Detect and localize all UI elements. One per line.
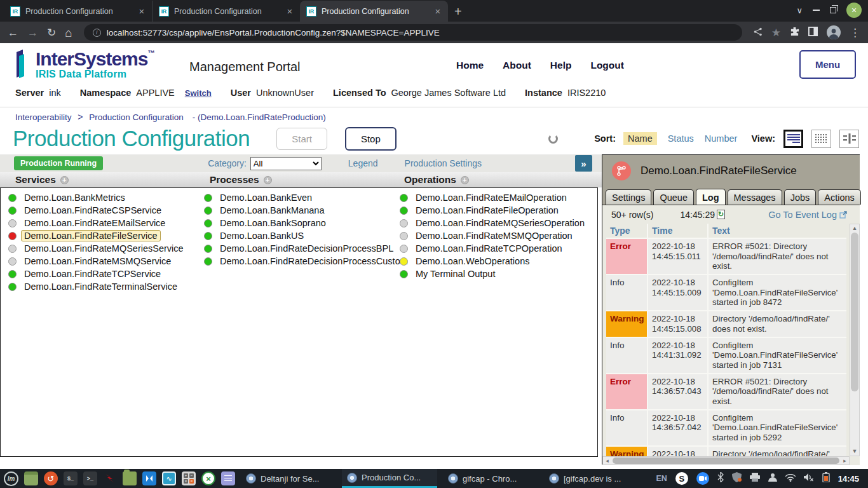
new-tab-button[interactable]: +: [448, 4, 470, 22]
browser-menu-icon[interactable]: ⋮: [850, 27, 860, 38]
scroll-down-icon[interactable]: ▼: [850, 447, 859, 456]
scrollbar-thumb[interactable]: [851, 233, 858, 391]
log-vertical-scrollbar[interactable]: ▲ ▼: [850, 224, 860, 456]
tab-jobs[interactable]: Jobs: [784, 189, 817, 205]
nav-home[interactable]: Home: [456, 60, 484, 71]
tab-queue[interactable]: Queue: [653, 189, 694, 205]
red-zigzag-icon[interactable]: [103, 471, 117, 485]
category-select[interactable]: All: [250, 157, 322, 170]
tab-settings[interactable]: Settings: [606, 189, 651, 205]
site-info-icon[interactable]: i: [93, 29, 101, 37]
operation-item[interactable]: Demo.Loan.FindRateEMailOperation: [400, 191, 594, 204]
terminal2-icon[interactable]: >_: [83, 471, 97, 485]
folder-icon[interactable]: [123, 471, 137, 485]
production-settings-link[interactable]: Production Settings: [405, 158, 482, 168]
sort-by-status[interactable]: Status: [668, 133, 694, 144]
tab-actions[interactable]: Actions: [818, 189, 861, 205]
blue-app-icon[interactable]: [142, 471, 156, 485]
clock[interactable]: 14:45: [838, 474, 859, 484]
nav-logout[interactable]: Logout: [590, 60, 624, 71]
scroll-left-icon[interactable]: ◂: [603, 458, 611, 464]
wifi-icon[interactable]: [785, 473, 796, 484]
nav-help[interactable]: Help: [550, 60, 572, 71]
taskbar-window-deltanji[interactable]: Deltanji for Se...: [241, 469, 336, 488]
notes-list-icon[interactable]: [221, 471, 235, 485]
restore-icon[interactable]: [830, 7, 836, 13]
log-col-time[interactable]: Time: [648, 224, 707, 238]
sort-by-name[interactable]: Name: [623, 132, 657, 145]
legend-link[interactable]: Legend: [348, 158, 378, 168]
tab-close-icon[interactable]: ×: [285, 6, 295, 17]
printer-icon[interactable]: [750, 473, 760, 484]
minimize-icon[interactable]: [813, 10, 820, 11]
skype-icon[interactable]: S: [675, 472, 688, 485]
process-item[interactable]: Demo.Loan.FindRateDecisionProcessBPL: [204, 242, 395, 255]
battery-icon[interactable]: [822, 472, 830, 485]
taskbar-window-gifcap[interactable]: gifcap - Chro...: [443, 469, 538, 488]
service-item-selected[interactable]: Demo.Loan.FindRateFileService: [8, 229, 199, 242]
service-item[interactable]: Demo.Loan.FindRateTerminalService: [8, 280, 199, 293]
mint-menu-icon[interactable]: lm: [4, 471, 18, 486]
reload-icon[interactable]: ↻: [47, 27, 56, 38]
bookmark-star-icon[interactable]: ★: [771, 27, 781, 38]
bluetooth-icon[interactable]: [717, 472, 724, 485]
view-grid-button[interactable]: [811, 130, 831, 148]
sort-by-number[interactable]: Number: [705, 133, 738, 144]
extensions-puzzle-icon[interactable]: [790, 27, 799, 38]
operation-item[interactable]: Demo.Loan.FindRateFileOperation: [400, 204, 594, 217]
service-item[interactable]: Demo.Loan.FindRateTCPService: [8, 268, 199, 280]
add-process-button[interactable]: +: [264, 176, 272, 184]
file-manager-icon[interactable]: [24, 471, 38, 485]
scroll-up-icon[interactable]: ▲: [850, 224, 859, 233]
terminal-icon[interactable]: $_: [64, 471, 78, 485]
close-icon[interactable]: ×: [846, 3, 862, 18]
user-icon[interactable]: [768, 473, 777, 484]
service-item[interactable]: Demo.Loan.FindRateMSMQService: [8, 255, 199, 268]
taskbar-window-production[interactable]: Production Co...: [342, 469, 437, 488]
operation-item[interactable]: My Terminal Output: [400, 268, 594, 280]
system-monitor-icon[interactable]: ∿: [162, 471, 176, 485]
expand-panel-button[interactable]: »: [575, 155, 592, 172]
scroll-right-icon[interactable]: ▸: [841, 458, 849, 464]
switch-link[interactable]: Switch: [185, 88, 212, 98]
volume-muted-icon[interactable]: [804, 473, 814, 484]
service-item[interactable]: Demo.Loan.FindRateCSPService: [8, 204, 199, 217]
browser-tab-2[interactable]: IR Production Configuration ×: [152, 1, 300, 22]
menu-button[interactable]: Menu: [799, 50, 856, 79]
zoom-icon[interactable]: [696, 472, 709, 485]
side-panel-icon[interactable]: [808, 27, 818, 38]
nav-about[interactable]: About: [503, 60, 531, 71]
scrollbar-thumb[interactable]: [613, 458, 839, 464]
tab-close-icon[interactable]: ×: [433, 6, 443, 17]
view-split-button[interactable]: [839, 130, 859, 148]
service-item[interactable]: Demo.Loan.FindRateMQSeriesService: [8, 242, 199, 255]
operation-item[interactable]: Demo.Loan.FindRateTCPOperation: [400, 242, 594, 255]
service-item[interactable]: Demo.Loan.BankMetrics: [8, 191, 199, 204]
view-list-button[interactable]: [783, 130, 803, 148]
tab-messages[interactable]: Messages: [728, 189, 782, 205]
calculator-icon[interactable]: +−×=: [182, 471, 196, 485]
go-to-event-log-link[interactable]: Go To Event Log: [768, 210, 847, 220]
stop-button[interactable]: Stop: [345, 127, 397, 151]
orange-app-icon[interactable]: ↺: [44, 471, 58, 485]
tab-log[interactable]: Log: [696, 189, 726, 205]
log-refresh-icon[interactable]: ↻: [717, 210, 725, 219]
back-icon[interactable]: ←: [8, 27, 18, 38]
log-horizontal-scrollbar[interactable]: ◂ ▸: [602, 456, 850, 465]
forward-icon[interactable]: →: [27, 27, 38, 38]
breadcrumb-root[interactable]: Interoperability: [15, 112, 72, 122]
shield-icon[interactable]: [732, 472, 742, 485]
browser-tab-3-active[interactable]: IR Production Configuration ×: [300, 1, 448, 22]
language-indicator[interactable]: EN: [656, 474, 667, 483]
browser-tab-1[interactable]: IR Production Configuration ×: [4, 1, 152, 22]
operation-item[interactable]: Demo.Loan.FindRateMSMQOperation: [400, 229, 594, 242]
add-operation-button[interactable]: +: [461, 176, 469, 184]
start-button[interactable]: Start: [276, 128, 327, 150]
process-item[interactable]: Demo.Loan.BankEven: [204, 191, 395, 204]
taskbar-window-gifcap-dev[interactable]: [gifcap.dev is ...: [544, 469, 639, 488]
profile-avatar[interactable]: [827, 25, 841, 39]
operation-item[interactable]: Demo.Loan.FindRateMQSeriesOperation: [400, 217, 594, 229]
tab-search-icon[interactable]: ∨: [796, 6, 803, 15]
process-item[interactable]: Demo.Loan.BankUS: [204, 229, 395, 242]
green-x-circle-icon[interactable]: ×: [201, 471, 215, 485]
